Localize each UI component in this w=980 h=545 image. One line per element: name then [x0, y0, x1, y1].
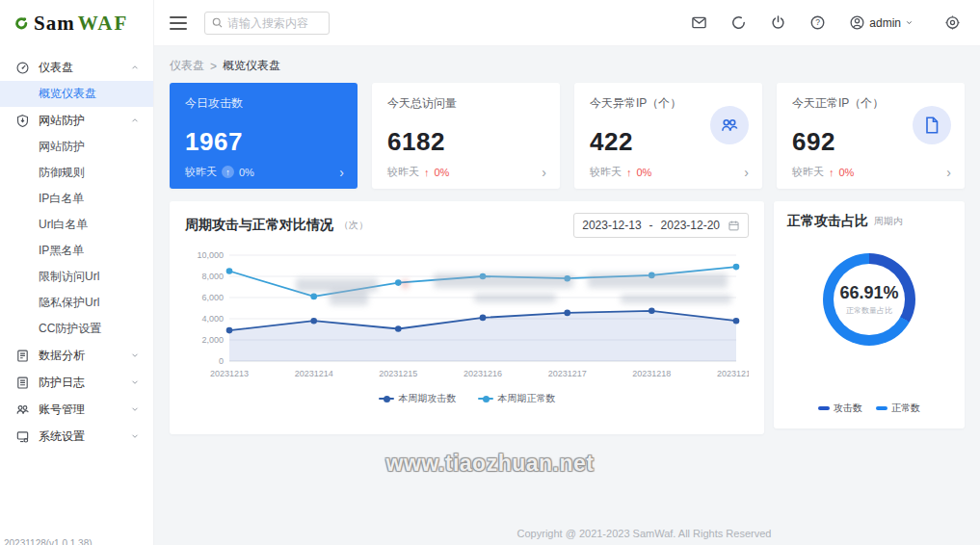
donut-chart: 66.91% 正常数量占比 — [823, 253, 915, 346]
sidebar-item[interactable]: 系统设置 — [0, 423, 153, 450]
chart-panel-head: 周期攻击与正常对比情况 （次） 2023-12-13 - 2023-12-20 — [185, 213, 749, 238]
panels-row: 周期攻击与正常对比情况 （次） 2023-12-13 - 2023-12-20 … — [170, 201, 965, 434]
mail-icon[interactable] — [691, 14, 707, 31]
sidebar-item[interactable]: 账号管理 — [0, 396, 153, 423]
logo[interactable]: Sam WAF — [0, 0, 153, 46]
brand-sam: Sam — [34, 12, 75, 36]
line-chart: 02,0004,0006,0008,00010,0002023121320231… — [185, 246, 749, 390]
hamburger-icon[interactable] — [170, 16, 187, 30]
sidebar-item-label: 系统设置 — [39, 428, 130, 445]
users-icon — [15, 402, 30, 417]
svg-text:10,000: 10,000 — [197, 250, 224, 260]
copyright-footer: Copyright @ 2021-2023 SamWaf. All Rights… — [308, 528, 980, 539]
legend-item[interactable]: 攻击数 — [818, 402, 862, 415]
sidebar-item[interactable]: 网站防护 — [0, 107, 153, 134]
svg-text:8,000: 8,000 — [201, 272, 224, 281]
sidebar-subitem[interactable]: 防御规则 — [0, 160, 153, 186]
chevron-right-icon[interactable]: › — [744, 166, 749, 179]
date-range-picker[interactable]: 2023-12-13 - 2023-12-20 — [573, 213, 749, 238]
chevron-up-icon — [130, 116, 140, 125]
stat-card-footer: 较昨天↑0%› — [387, 165, 546, 179]
calendar-icon — [728, 220, 740, 232]
header-actions: ? admin — [691, 14, 961, 31]
date-end: 2023-12-20 — [661, 219, 720, 232]
user-avatar-icon — [849, 14, 865, 31]
sidebar: Sam WAF 仪表盘概览仪表盘网站防护网站防护防御规则IP白名单Url白名单I… — [0, 0, 154, 545]
chevron-right-icon[interactable]: › — [339, 166, 344, 179]
log-icon — [15, 376, 30, 390]
delta-value: 0% — [435, 167, 450, 178]
svg-text:20231213: 20231213 — [210, 369, 249, 378]
legend-item[interactable]: 正常数 — [876, 402, 920, 415]
svg-text:2,000: 2,000 — [201, 335, 224, 345]
sidebar-subitem[interactable]: 网站防护 — [0, 134, 153, 160]
sidebar-item-label: 账号管理 — [39, 402, 130, 418]
stat-card[interactable]: 今日攻击数1967较昨天↑0%› — [170, 83, 358, 189]
ratio-title: 正常攻击占比 — [787, 213, 868, 230]
search-icon — [211, 16, 224, 29]
compare-label: 较昨天 — [590, 165, 622, 179]
legend-marker-icon — [876, 406, 887, 410]
settings-gear-icon[interactable] — [944, 14, 961, 31]
breadcrumb-item-dashboard[interactable]: 仪表盘 — [170, 58, 204, 74]
breadcrumb: 仪表盘 > 概览仪表盘 — [170, 58, 965, 74]
sidebar-subitem[interactable]: 概览仪表盘 — [0, 81, 153, 107]
stat-card[interactable]: 今天正常IP（个）692较昨天↑0%› — [777, 83, 965, 189]
search-input[interactable] — [227, 16, 323, 30]
chevron-right-icon[interactable]: › — [542, 166, 546, 179]
legend-label: 攻击数 — [834, 402, 862, 415]
arrow-up-icon: ↑ — [424, 167, 430, 178]
sidebar-subitem[interactable]: Url白名单 — [0, 212, 153, 238]
shield-icon — [15, 114, 30, 128]
user-name: admin — [869, 16, 901, 30]
compare-label: 较昨天 — [792, 165, 824, 179]
stat-card[interactable]: 今天异常IP（个）422较昨天↑0%› — [574, 83, 762, 189]
donut-caption: 正常数量占比 — [846, 305, 892, 316]
stat-card-title: 今日攻击数 — [185, 95, 342, 112]
donut-legend: 攻击数正常数 — [787, 402, 951, 417]
ratio-panel: 正常攻击占比 周期内 66.91% 正常数量占比 攻击数正常数 — [774, 201, 965, 428]
chevron-right-icon[interactable]: › — [946, 166, 951, 179]
chevron-down-icon — [130, 404, 140, 414]
svg-text:20231215: 20231215 — [379, 369, 417, 378]
legend-item[interactable]: 本周期攻击数 — [379, 392, 457, 405]
stat-card[interactable]: 今天总访问量6182较昨天↑0%› — [372, 83, 560, 189]
user-menu[interactable]: admin — [849, 14, 914, 31]
legend-item[interactable]: 本周期正常数 — [478, 392, 556, 405]
sidebar-subitem[interactable]: 隐私保护Url — [0, 290, 153, 316]
donut-percent: 66.91% — [839, 283, 898, 303]
sidebar-item-label: 数据分析 — [39, 348, 130, 364]
sidebar-item-label: 网站防护 — [39, 113, 130, 129]
system-icon — [15, 429, 30, 444]
help-icon[interactable]: ? — [809, 14, 826, 31]
analysis-icon — [15, 349, 30, 363]
legend-label: 本周期攻击数 — [399, 392, 457, 405]
legend-marker-icon — [818, 406, 830, 410]
breadcrumb-item-current: 概览仪表盘 — [223, 58, 280, 74]
sidebar-subitem[interactable]: IP黑名单 — [0, 238, 153, 264]
sidebar-item[interactable]: 数据分析 — [0, 342, 153, 369]
chevron-down-icon — [130, 431, 140, 441]
sidebar-subitem[interactable]: IP白名单 — [0, 186, 153, 212]
sidebar-item[interactable]: 防护日志 — [0, 369, 153, 396]
svg-text:0: 0 — [219, 356, 224, 366]
ratio-panel-head: 正常攻击占比 周期内 — [787, 213, 951, 230]
compare-label: 较昨天 — [387, 165, 419, 179]
svg-text:20231214: 20231214 — [295, 369, 333, 378]
date-separator: - — [649, 219, 653, 232]
stat-card-footer: 较昨天↑0%› — [792, 165, 951, 179]
date-start: 2023-12-13 — [582, 219, 641, 232]
delta-value: 0% — [637, 167, 652, 178]
compare-label: 较昨天 — [185, 165, 217, 179]
sidebar-subitem[interactable]: CC防护设置 — [0, 316, 153, 342]
legend-label: 本周期正常数 — [498, 392, 556, 405]
sidebar-subitem[interactable]: 限制访问Url — [0, 264, 153, 290]
arrow-up-icon: ↑ — [829, 167, 834, 178]
svg-text:20231216: 20231216 — [464, 369, 502, 378]
sidebar-item[interactable]: 仪表盘 — [0, 54, 153, 81]
trend-chart-panel: 周期攻击与正常对比情况 （次） 2023-12-13 - 2023-12-20 … — [170, 201, 764, 434]
chart-title: 周期攻击与正常对比情况 — [185, 217, 333, 234]
search-box — [204, 12, 330, 35]
power-icon[interactable] — [770, 14, 786, 31]
refresh-icon[interactable] — [730, 14, 747, 31]
